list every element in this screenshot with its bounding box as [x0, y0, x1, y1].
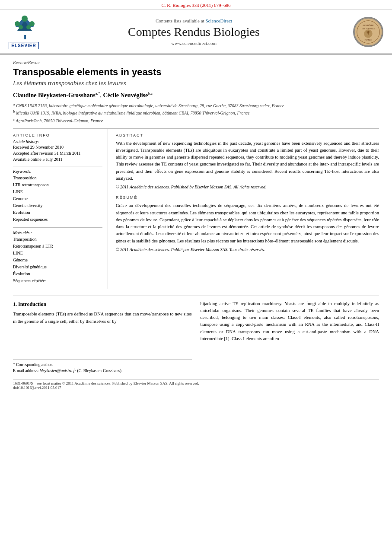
resume-text: Grâce au développement des nouvelles tec… [116, 202, 379, 245]
mots-cles-block: Mots clés : Transposition Rétrotransposo… [13, 227, 102, 284]
accepted-date: Accepted after revision 31 March 2011 [13, 151, 102, 156]
article-title: Transposable elements in yeasts [13, 67, 379, 78]
journal-emblem-icon: ACADÉMIE DES SCIENCES FRANCE [353, 17, 383, 47]
abstract-heading: ABSTRACT [116, 133, 379, 137]
journal-citation: C. R. Biologies 334 (2011) 679–686 [161, 3, 230, 8]
svg-point-7 [26, 25, 31, 29]
footnote-corresponding: * Corresponding author. [13, 362, 192, 368]
doi-line: doi:10.1016/j.crvi.2011.05.017 [13, 385, 379, 390]
authors-line: Claudine Bleykasten-Grosshansa,*, Cécile… [13, 91, 379, 99]
mots-cles-3: LINE [13, 250, 102, 257]
mots-cles-heading: Mots clés : [13, 230, 102, 235]
bottom-bar: 1631-0691/$ – see front matter © 2011 Ac… [13, 379, 379, 391]
author2-name: Cécile Neuvéglise [103, 92, 148, 99]
keyword-7: Repeated sequences [13, 216, 102, 223]
svg-point-6 [19, 25, 23, 29]
mots-cles-1: Transposition [13, 236, 102, 243]
mots-cles-7: Séquences répétées [13, 277, 102, 284]
footnote-email-line: E-mail address: bleykasten@unistra.fr (C… [13, 368, 192, 374]
footnote-email-label: E-mail address: [13, 369, 38, 373]
sciencedirect-link[interactable]: ScienceDirect [205, 18, 232, 23]
abstract-text: With the development of new sequencing t… [116, 140, 379, 182]
keyword-5: Genetic diversity [13, 202, 102, 209]
article-subtitle: Les éléments transposables chez les levu… [13, 80, 379, 87]
article-info-heading: ARTICLE INFO [13, 133, 102, 137]
keyword-4: Genome [13, 195, 102, 202]
keyword-2: LTR retrotransposon [13, 182, 102, 188]
resume-heading: RÉSUMÉ [116, 195, 379, 200]
svg-point-5 [22, 16, 28, 22]
footnote-area: * Corresponding author. E-mail address: … [13, 360, 192, 374]
keyword-1: Transposition [13, 175, 102, 182]
abstract-copyright: © 2011 Académie des sciences. Published … [116, 185, 379, 189]
mots-cles-5: Diversité génétique [13, 264, 102, 271]
page-header: ELSEVIER Contents lists available at Sci… [0, 10, 392, 54]
keyword-3: LINE [13, 188, 102, 195]
author1-sup: a,* [96, 91, 100, 96]
author1-name: Claudine Bleykasten-Grosshans [13, 92, 96, 99]
journal-emblem-area: ACADÉMIE DES SCIENCES FRANCE [349, 17, 383, 47]
mots-cles-6: Évolution [13, 271, 102, 277]
author2-sup: b,c [148, 91, 153, 96]
history-label: Article history: [13, 139, 102, 144]
intro-left-col: 1. Introduction Transposable elements (T… [13, 300, 192, 374]
svg-text:ACADÉMIE: ACADÉMIE [363, 24, 374, 26]
article-body: Review/Revue Transposable elements in ye… [0, 60, 392, 391]
affil-c: c AgroParisTech, 78850 Thiverval-Grignon… [13, 118, 103, 123]
abstract-col: ABSTRACT With the development of new seq… [108, 129, 379, 289]
article-info-col: ARTICLE INFO Article history: Received 2… [13, 129, 108, 289]
journal-bar: C. R. Biologies 334 (2011) 679–686 [0, 0, 392, 10]
affil-b: b Micalis UMR 1319, INRA, biologie intég… [13, 111, 249, 115]
available-date: Available online 5 July 2011 [13, 157, 102, 162]
mots-cles-4: Génome [13, 257, 102, 264]
article-info-abstract: ARTICLE INFO Article history: Received 2… [13, 128, 379, 289]
footnote-email: bleykasten@unistra.fr [40, 369, 76, 373]
introduction-section: 1. Introduction Transposable elements (T… [13, 296, 379, 374]
elsevier-wordmark: ELSEVIER [9, 42, 39, 49]
affil-a: a CNRS UMR 7156, laboratoire génétique m… [13, 103, 284, 108]
intro-right-text: hijacking active TE replication machiner… [201, 300, 379, 343]
svg-text:FRANCE: FRANCE [364, 39, 372, 41]
keywords-block: Keywords: Transposition LTR retrotranspo… [13, 166, 102, 223]
footnote-email-note: (C. Bleykasten-Grosshans). [77, 369, 123, 373]
keywords-heading: Keywords: [13, 169, 102, 174]
elsevier-tree-icon [9, 14, 41, 40]
svg-point-3 [15, 21, 20, 26]
intro-right-col: hijacking active TE replication machiner… [201, 300, 379, 374]
section-label: Review/Revue [13, 60, 379, 65]
keyword-6: Evolution [13, 209, 102, 216]
intro-left-text: Transposable elements (TEs) are defined … [13, 311, 192, 325]
intro-two-col: 1. Introduction Transposable elements (T… [13, 300, 379, 374]
elsevier-logo-area: ELSEVIER [9, 14, 39, 49]
journal-url: www.sciencedirect.com [43, 41, 344, 46]
received-date: Received 29 November 2010 [13, 145, 102, 150]
resume-copyright: © 2011 Académie des sciences. Publié par… [116, 247, 379, 252]
journal-header-center: Contents lists available at ScienceDirec… [43, 18, 344, 46]
journal-title: Comptes Rendus Biologies [43, 25, 344, 39]
mots-cles-2: Rétrotransposon à LTR [13, 243, 102, 250]
issn-line: 1631-0691/$ – see front matter © 2011 Ac… [13, 381, 379, 385]
svg-point-4 [29, 21, 35, 26]
contents-line: Contents lists available at ScienceDirec… [43, 18, 344, 23]
intro-heading: 1. Introduction [13, 300, 192, 309]
svg-rect-0 [24, 35, 26, 39]
affiliations: a CNRS UMR 7156, laboratoire génétique m… [13, 102, 379, 124]
